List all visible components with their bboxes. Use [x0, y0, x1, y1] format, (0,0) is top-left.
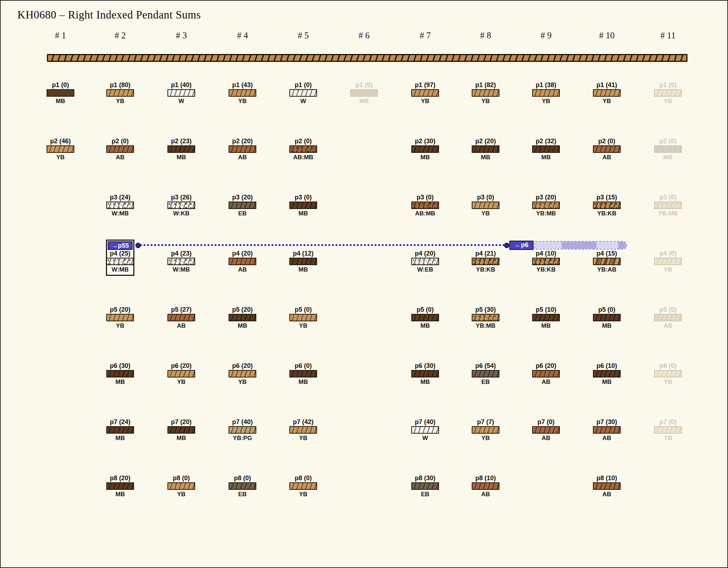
pendant-item[interactable]: p1 (0)W — [284, 81, 323, 105]
pendant-item[interactable]: p8 (0)YB — [284, 474, 323, 498]
pendant-cord-bar[interactable] — [532, 145, 560, 153]
pendant-cord-bar[interactable] — [167, 370, 195, 377]
pendant-item[interactable]: p7 (40)W — [406, 418, 445, 442]
pendant-cord-bar[interactable] — [289, 426, 317, 434]
link-source-tag[interactable]: →p55 — [108, 241, 133, 250]
pendant-item[interactable]: p3 (20)EB — [223, 193, 262, 218]
pendant-item[interactable]: p4 (21)YB:KB — [466, 250, 505, 274]
pendant-item[interactable]: p4 (12)MB — [284, 250, 323, 274]
pendant-cord-bar[interactable] — [289, 258, 317, 265]
pendant-item[interactable]: p4 (0)YB — [648, 250, 687, 274]
pendant-item[interactable]: p5 (10)MB — [526, 306, 566, 330]
pendant-item[interactable]: p5 (0)MB — [587, 306, 626, 330]
pendant-cord-bar[interactable] — [472, 314, 499, 321]
pendant-item[interactable]: p1 (41)YB — [587, 81, 626, 105]
pendant-item[interactable]: p5 (0)MB — [406, 306, 445, 330]
pendant-cord-bar[interactable] — [167, 258, 195, 265]
pendant-cord-bar[interactable] — [106, 202, 134, 209]
pendant-item[interactable]: p6 (0)YB — [648, 362, 687, 386]
pendant-cord-bar[interactable] — [106, 145, 134, 153]
pendant-item[interactable]: p2 (32)MB — [526, 137, 566, 161]
pendant-item[interactable]: p2 (20)MB — [466, 137, 505, 161]
pendant-item[interactable]: p1 (38)YB — [526, 81, 566, 105]
pendant-item[interactable]: p8 (20)MB — [101, 474, 140, 498]
pendant-cord-bar[interactable] — [289, 370, 317, 377]
pendant-cord-bar[interactable] — [472, 89, 499, 97]
pendant-item[interactable]: p7 (0)AB — [526, 418, 566, 442]
pendant-cord-bar[interactable] — [593, 202, 621, 209]
pendant-item[interactable]: p2 (23)MB — [162, 137, 201, 161]
pendant-cord-bar[interactable] — [411, 145, 439, 153]
pendant-item[interactable]: p2 (20)AB — [223, 137, 262, 161]
pendant-item[interactable]: p2 (0)AB — [587, 137, 626, 161]
pendant-cord-bar[interactable] — [411, 314, 439, 321]
pendant-cord-bar[interactable] — [167, 482, 195, 490]
pendant-cord-bar[interactable] — [411, 258, 439, 265]
pendant-cord-bar[interactable] — [472, 426, 499, 434]
pendant-item[interactable]: p7 (7)YB — [466, 418, 505, 442]
pendant-item[interactable]: p4 (15)YB:AB — [587, 250, 626, 274]
pendant-cord-bar[interactable] — [106, 426, 134, 434]
pendant-item[interactable]: p7 (40)YB:PG — [223, 418, 262, 442]
pendant-item[interactable]: p2 (0)MB — [648, 137, 687, 161]
pendant-cord-bar[interactable] — [106, 258, 134, 265]
pendant-item[interactable]: p1 (0)YB — [648, 81, 687, 105]
pendant-cord-bar[interactable] — [472, 202, 499, 209]
pendant-cord-bar[interactable] — [472, 145, 499, 153]
pendant-item[interactable]: p1 (0)MB — [344, 81, 384, 105]
pendant-cord-bar[interactable] — [654, 202, 682, 209]
pendant-cord-bar[interactable] — [654, 426, 682, 434]
pendant-cord-bar[interactable] — [411, 370, 439, 377]
pendant-cord-bar[interactable] — [229, 426, 256, 434]
pendant-item[interactable]: p2 (30)MB — [406, 137, 445, 161]
pendant-cord-bar[interactable] — [229, 482, 256, 490]
pendant-item[interactable]: p3 (15)YB:KB — [587, 193, 626, 218]
pendant-cord-bar[interactable] — [472, 482, 499, 490]
pendant-item[interactable]: p1 (40)W — [162, 81, 201, 105]
pendant-cord-bar[interactable] — [106, 89, 134, 97]
pendant-cord-bar[interactable] — [289, 145, 317, 153]
pendant-item[interactable]: p8 (0)EB — [223, 474, 262, 498]
pendant-cord-bar[interactable] — [47, 89, 74, 97]
pendant-cord-bar[interactable] — [106, 314, 134, 321]
pendant-item[interactable]: p3 (20)YB:MB — [526, 193, 566, 218]
pendant-item[interactable]: p5 (0)AB — [648, 306, 687, 330]
pendant-cord-bar[interactable] — [532, 426, 560, 434]
pendant-item[interactable]: p5 (0)YB — [284, 306, 323, 330]
pendant-cord-bar[interactable] — [654, 370, 682, 377]
pendant-cord-bar[interactable] — [593, 370, 621, 377]
pendant-item[interactable]: p5 (27)AB — [162, 306, 201, 330]
pendant-cord-bar[interactable] — [167, 145, 195, 153]
pendant-item[interactable]: p8 (10)AB — [587, 474, 626, 498]
pendant-cord-bar[interactable] — [229, 145, 256, 153]
pendant-cord-bar[interactable] — [654, 314, 682, 321]
pendant-cord-bar[interactable] — [289, 314, 317, 321]
pendant-item[interactable]: p6 (54)EB — [466, 362, 505, 386]
pendant-cord-bar[interactable] — [472, 370, 499, 377]
pendant-item[interactable]: p7 (24)MB — [101, 418, 140, 442]
pendant-cord-bar[interactable] — [47, 145, 74, 153]
pendant-cord-bar[interactable] — [532, 202, 560, 209]
pendant-cord-bar[interactable] — [229, 202, 256, 209]
pendant-item[interactable]: p4 (20)W:EB — [406, 250, 445, 274]
pendant-item[interactable]: p3 (0)AB:MB — [406, 193, 445, 218]
pendant-cord-bar[interactable] — [411, 202, 439, 209]
pendant-item[interactable]: p1 (43)YB — [223, 81, 262, 105]
pendant-cord-bar[interactable] — [593, 89, 621, 97]
pendant-cord-bar[interactable] — [229, 258, 256, 265]
pendant-cord-bar[interactable] — [350, 89, 378, 97]
pendant-item[interactable]: p3 (0)YB:MB — [648, 193, 687, 218]
pendant-item[interactable]: p4 (25)W:MB — [101, 250, 140, 274]
pendant-item[interactable]: p2 (46)YB — [41, 137, 80, 161]
pendant-cord-bar[interactable] — [229, 370, 256, 377]
pendant-item[interactable]: p1 (0)MB — [41, 81, 80, 105]
pendant-item[interactable]: p3 (0)MB — [284, 193, 323, 218]
pendant-cord-bar[interactable] — [289, 202, 317, 209]
pendant-cord-bar[interactable] — [167, 426, 195, 434]
pendant-cord-bar[interactable] — [229, 89, 256, 97]
pendant-item[interactable]: p3 (24)W:MB — [101, 193, 140, 218]
pendant-item[interactable]: p4 (20)AB — [223, 250, 262, 274]
pendant-item[interactable]: p6 (30)MB — [101, 362, 140, 386]
pendant-item[interactable]: p5 (30)YB:MB — [466, 306, 505, 330]
pendant-cord-bar[interactable] — [532, 314, 560, 321]
